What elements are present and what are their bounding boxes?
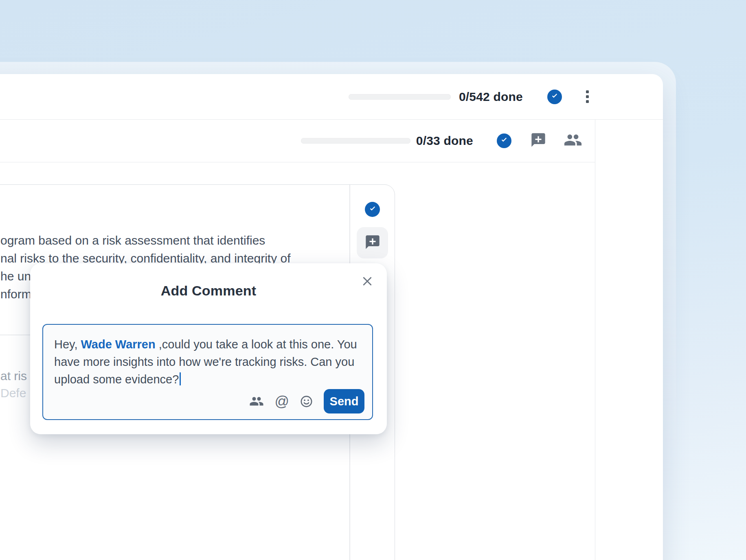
mark-all-done-button[interactable]: [547, 90, 562, 104]
send-button[interactable]: Send: [324, 389, 364, 413]
add-comment-icon: [364, 234, 381, 252]
section-progressbar: [301, 138, 410, 144]
card-action-rail: [349, 185, 395, 258]
app-window: 0/542 done 0/33 done: [0, 74, 663, 560]
add-comment-modal: Add Comment Hey, Wade Warren ,could you …: [30, 263, 387, 434]
comment-input[interactable]: Hey, Wade Warren ,could you take a look …: [42, 324, 373, 420]
modal-title: Add Comment: [30, 283, 387, 299]
check-icon: [500, 136, 509, 146]
check-icon: [368, 204, 377, 215]
assign-people-icon[interactable]: [249, 394, 264, 409]
faint-description-line: Defe: [0, 386, 26, 400]
muted-description-line: at ris: [0, 369, 27, 383]
mention-link[interactable]: Wade Warren: [81, 338, 156, 351]
overall-progress-label: 0/542 done: [459, 90, 523, 104]
main-panel: 0/33 done ogram based on a risk assessme…: [0, 120, 595, 560]
add-comment-icon[interactable]: [530, 132, 546, 150]
check-icon: [550, 92, 559, 102]
composer-toolbar: @ Send: [249, 389, 364, 413]
section-progress-label: 0/33 done: [416, 134, 473, 148]
close-icon[interactable]: [361, 275, 374, 288]
section-done-button[interactable]: [497, 133, 511, 148]
card-add-comment-button[interactable]: [357, 227, 388, 258]
comment-prefix: Hey,: [54, 338, 81, 351]
overall-progressbar: [349, 94, 451, 100]
right-panel: [595, 120, 663, 560]
mention-icon[interactable]: @: [274, 394, 289, 408]
card-done-button[interactable]: [365, 202, 380, 217]
description-line: ogram based on a risk assessment that id…: [0, 232, 291, 249]
text-caret: [180, 372, 181, 385]
overflow-menu-icon[interactable]: [585, 88, 590, 105]
assignees-icon[interactable]: [564, 131, 582, 151]
checklist-header: 0/542 done: [0, 74, 663, 120]
emoji-icon[interactable]: [300, 395, 313, 408]
control-workarea: ogram based on a risk assessment that id…: [0, 162, 595, 560]
comment-text: Hey, Wade Warren ,could you take a look …: [54, 336, 362, 388]
section-header: 0/33 done: [0, 120, 595, 162]
